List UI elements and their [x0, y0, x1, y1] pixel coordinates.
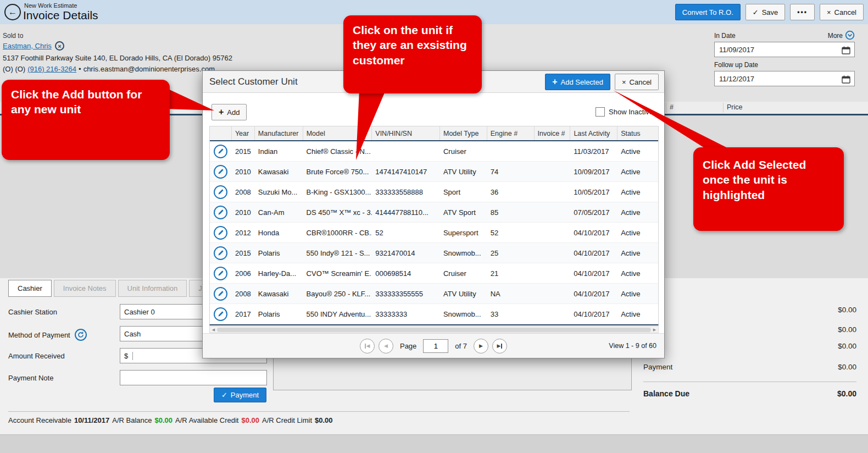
prev-page-button[interactable]: ◀ [379, 339, 393, 353]
page-input[interactable] [423, 339, 448, 353]
tab-unit-information[interactable]: Unit Information [118, 280, 187, 297]
ar-balance-value: $0.00 [155, 416, 173, 424]
last-page-button[interactable]: ▶ [492, 339, 507, 353]
unit-invoice [535, 263, 571, 283]
scrollbar-thumb[interactable] [217, 328, 651, 332]
edit-unit-icon[interactable] [214, 145, 227, 158]
unit-engine: 33 [487, 304, 535, 324]
column-header-engine[interactable]: Engine # [487, 126, 535, 140]
unit-vin: 000698514 [372, 263, 440, 283]
edit-unit-icon[interactable] [214, 267, 227, 280]
back-button[interactable]: ← [4, 4, 21, 20]
edit-unit-icon[interactable] [214, 226, 227, 240]
save-button[interactable]: ✓Save [745, 4, 786, 20]
ar-balance-label: A/R Balance [112, 416, 152, 424]
customer-block: Sold to Eastman, Chris × 5137 Foothill P… [3, 32, 232, 73]
unit-row[interactable]: 2010Can-AmDS 450™ X™ xc - 3...4144477881… [210, 202, 658, 223]
more-dropdown[interactable]: More [828, 30, 855, 42]
customer-name-link[interactable]: Eastman, Chris [3, 42, 52, 50]
add-unit-button[interactable]: +Add [212, 104, 247, 120]
unit-model-type: ATV Utility [440, 162, 487, 181]
remove-customer-icon[interactable]: × [55, 41, 64, 51]
column-header-vin[interactable]: VIN/HIN/SN [372, 126, 440, 140]
horizontal-scrollbar[interactable]: ◀ ▶ [209, 326, 659, 333]
date-panel: In Date More 11/09/2017 Follow up Date 1… [714, 31, 855, 90]
close-icon: × [827, 9, 831, 16]
unit-model-type: Cruiser [440, 141, 487, 161]
show-inactive-checkbox[interactable] [596, 107, 605, 117]
refresh-icon[interactable] [75, 329, 87, 341]
column-header-last-activity[interactable]: Last Activity [570, 126, 617, 140]
callout-add-selected: Click Add Selected once the unit is high… [693, 147, 844, 231]
unit-row[interactable]: 2008Suzuki Mo...B-King - GSX1300...33333… [210, 182, 658, 202]
in-date-input[interactable]: 11/09/2017 [714, 42, 855, 57]
column-header-invoice[interactable]: Invoice # [535, 126, 571, 140]
more-options-button[interactable]: ••• [790, 4, 815, 20]
column-header-status[interactable]: Status [617, 126, 658, 140]
tab-cashier[interactable]: Cashier [8, 280, 52, 297]
column-header-manufacturer[interactable]: Manufacturer [255, 126, 303, 140]
unit-row[interactable]: 2015IndianChief® Classic - N...Cruiser11… [210, 141, 658, 162]
invoice-details-screen: ← New Work Estimate Invoice Details Conv… [0, 0, 868, 453]
edit-unit-icon[interactable] [214, 185, 227, 199]
unit-status: Active [617, 141, 658, 161]
add-selected-button[interactable]: +Add Selected [545, 74, 610, 90]
unit-row[interactable]: 2017Polaris550 INDY Adventu...33333333Sn… [210, 304, 658, 324]
unit-last-activity: 04/10/2017 [570, 243, 617, 263]
header-cancel-button[interactable]: ×Cancel [820, 4, 864, 20]
unit-vin [372, 141, 440, 161]
payment-note-field[interactable] [120, 370, 267, 385]
dialog-cancel-button[interactable]: ×Cancel [615, 74, 659, 90]
edit-unit-icon[interactable] [214, 307, 227, 321]
column-header-year[interactable]: Year [232, 126, 255, 140]
scroll-right-icon[interactable]: ▶ [651, 328, 658, 332]
unit-row[interactable]: 2012HondaCBR®1000RR - CB...52Supersport5… [210, 223, 658, 243]
edit-cell [210, 202, 232, 222]
unit-engine: 25 [487, 243, 535, 263]
edit-unit-icon[interactable] [214, 206, 227, 219]
edit-unit-icon[interactable] [214, 246, 227, 260]
unit-invoice [535, 243, 571, 263]
unit-year: 2015 [232, 141, 255, 161]
unit-model-type: ATV Sport [440, 202, 487, 222]
dialog-title: Select Customer Unit [209, 71, 298, 93]
unit-manufacturer: Kawasaki [255, 284, 303, 303]
payment-button[interactable]: ✓Payment [214, 388, 266, 402]
unit-model-type: Snowmob... [440, 304, 487, 324]
column-header-model-type[interactable]: Model Type [440, 126, 487, 140]
follow-up-date-input[interactable]: 11/12/2017 [714, 71, 855, 86]
ar-available-credit-value: $0.00 [241, 416, 259, 424]
scroll-left-icon[interactable]: ◀ [210, 328, 217, 332]
first-page-button[interactable]: ◀ [360, 339, 375, 353]
unit-status: Active [617, 263, 658, 283]
show-inactive-label: Show Inactive [609, 108, 653, 116]
unit-year: 2006 [232, 263, 255, 283]
tab-invoice-notes[interactable]: Invoice Notes [54, 280, 116, 297]
next-page-button[interactable]: ▶ [474, 339, 488, 353]
unit-model-type: Sport [440, 182, 487, 202]
unit-engine [487, 141, 535, 161]
unit-row[interactable]: 2008KawasakiBayou® 250 - KLF...333333355… [210, 284, 658, 304]
summary-label: Payment [643, 363, 672, 371]
callout-click-unit: Click on the unit if they are an exsisti… [343, 15, 482, 93]
unit-last-activity: 10/05/2017 [570, 182, 617, 202]
unit-model-type: Supersport [440, 223, 487, 242]
edit-unit-icon[interactable] [214, 165, 227, 179]
balance-due-value: $0.00 [837, 389, 856, 398]
payment-note-input[interactable] [124, 374, 263, 382]
unit-row[interactable]: 2015Polaris550 Indy® 121 - S...932147001… [210, 243, 658, 263]
edit-unit-icon[interactable] [214, 287, 227, 301]
callout-add-button: Click the Add button for any new unit [2, 80, 170, 160]
unit-row[interactable]: 2010KawasakiBrute Force® 750...147414741… [210, 162, 658, 182]
unit-table: Year Manufacturer Model VIN/HIN/SN Model… [209, 126, 659, 325]
unit-row[interactable]: 2006Harley-Da...CVO™ Screamin' E...00069… [210, 263, 658, 284]
convert-to-ro-button[interactable]: Convert To R.O. [675, 4, 741, 20]
customer-phone-link[interactable]: (916) 216-3264 [27, 65, 76, 73]
calendar-icon[interactable] [839, 74, 853, 85]
unit-invoice [535, 223, 571, 242]
calendar-icon[interactable] [839, 45, 853, 56]
unit-year: 2008 [232, 182, 255, 202]
unit-vin: 414447788110... [372, 202, 440, 222]
column-header-model[interactable]: Model [303, 126, 372, 140]
unit-vin: 333333558888 [372, 182, 440, 202]
